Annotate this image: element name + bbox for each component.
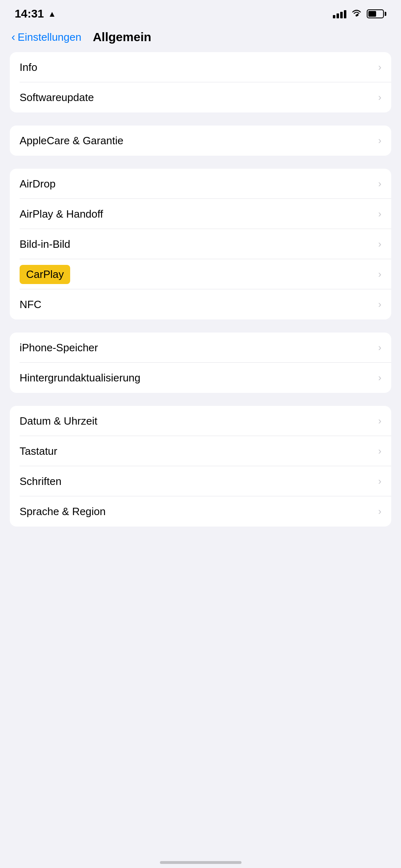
settings-row-sprache[interactable]: Sprache & Region › (10, 496, 391, 527)
settings-row-label-nfc: NFC (20, 298, 41, 311)
settings-row-airplay[interactable]: AirPlay & Handoff › (10, 199, 391, 229)
chevron-right-icon: › (378, 299, 381, 310)
settings-row-label-info: Info (20, 61, 37, 74)
chevron-right-icon: › (378, 476, 381, 487)
settings-row-speicher[interactable]: iPhone-Speicher › (10, 333, 391, 363)
settings-row-softwareupdate[interactable]: Softwareupdate › (10, 82, 391, 112)
chevron-right-icon: › (378, 342, 381, 353)
location-arrow-icon: ▲ (48, 9, 56, 19)
settings-row-label-tastatur: Tastatur (20, 445, 58, 458)
battery-icon (367, 9, 386, 18)
settings-row-nfc[interactable]: NFC › (10, 289, 391, 319)
home-indicator (160, 861, 241, 864)
settings-row-label-applecare: AppleCare & Garantie (20, 134, 123, 147)
back-chevron-icon: ‹ (11, 31, 15, 43)
settings-row-label-carplay: CarPlay (20, 265, 70, 284)
chevron-right-icon: › (378, 445, 381, 457)
signal-strength-icon (333, 9, 346, 18)
settings-row-applecare[interactable]: AppleCare & Garantie › (10, 126, 391, 156)
status-time: 14:31 ▲ (15, 7, 56, 20)
settings-row-label-sprache: Sprache & Region (20, 505, 106, 518)
chevron-right-icon: › (378, 92, 381, 103)
chevron-right-icon: › (378, 135, 381, 146)
signal-bar-1 (333, 15, 335, 18)
status-icons (333, 9, 386, 19)
settings-group-4: iPhone-Speicher › Hintergrundaktualisier… (10, 333, 391, 393)
navigation-header: ‹ Einstellungen Allgemein (0, 24, 401, 52)
settings-row-info[interactable]: Info › (10, 52, 391, 82)
settings-row-tastatur[interactable]: Tastatur › (10, 436, 391, 466)
settings-row-label-hintergrund: Hintergrundaktualisierung (20, 372, 140, 384)
settings-row-schriften[interactable]: Schriften › (10, 466, 391, 496)
chevron-right-icon: › (378, 208, 381, 220)
settings-row-datum[interactable]: Datum & Uhrzeit › (10, 406, 391, 436)
settings-row-label-airplay: AirPlay & Handoff (20, 208, 103, 220)
page-title: Allgemein (93, 30, 151, 44)
settings-group-5: Datum & Uhrzeit › Tastatur › Schriften ›… (10, 406, 391, 527)
settings-row-label-airdrop: AirDrop (20, 178, 55, 190)
settings-row-label-schriften: Schriften (20, 475, 62, 488)
back-button[interactable]: ‹ Einstellungen (11, 31, 81, 44)
back-label: Einstellungen (18, 31, 81, 44)
settings-row-carplay[interactable]: CarPlay › (10, 259, 391, 289)
status-bar: 14:31 ▲ (0, 0, 401, 24)
settings-group-1: Info › Softwareupdate › (10, 52, 391, 112)
settings-row-label-speicher: iPhone-Speicher (20, 341, 98, 354)
chevron-right-icon: › (378, 415, 381, 427)
settings-row-bildinbild[interactable]: Bild-in-Bild › (10, 229, 391, 259)
chevron-right-icon: › (378, 178, 381, 189)
chevron-right-icon: › (378, 506, 381, 517)
time-display: 14:31 (15, 7, 44, 20)
signal-bar-3 (340, 12, 343, 18)
chevron-right-icon: › (378, 238, 381, 250)
settings-row-label-datum: Datum & Uhrzeit (20, 415, 97, 427)
settings-group-2: AppleCare & Garantie › (10, 126, 391, 156)
signal-bar-2 (337, 13, 339, 18)
settings-group-3: AirDrop › AirPlay & Handoff › Bild-in-Bi… (10, 169, 391, 319)
settings-row-hintergrund[interactable]: Hintergrundaktualisierung › (10, 363, 391, 393)
svg-point-0 (356, 15, 358, 17)
settings-row-label-bildinbild: Bild-in-Bild (20, 238, 70, 251)
settings-row-airdrop[interactable]: AirDrop › (10, 169, 391, 199)
chevron-right-icon: › (378, 269, 381, 280)
settings-row-label-softwareupdate: Softwareupdate (20, 91, 94, 104)
wifi-icon (351, 9, 362, 19)
chevron-right-icon: › (378, 372, 381, 383)
signal-bar-4 (344, 10, 346, 18)
chevron-right-icon: › (378, 62, 381, 73)
